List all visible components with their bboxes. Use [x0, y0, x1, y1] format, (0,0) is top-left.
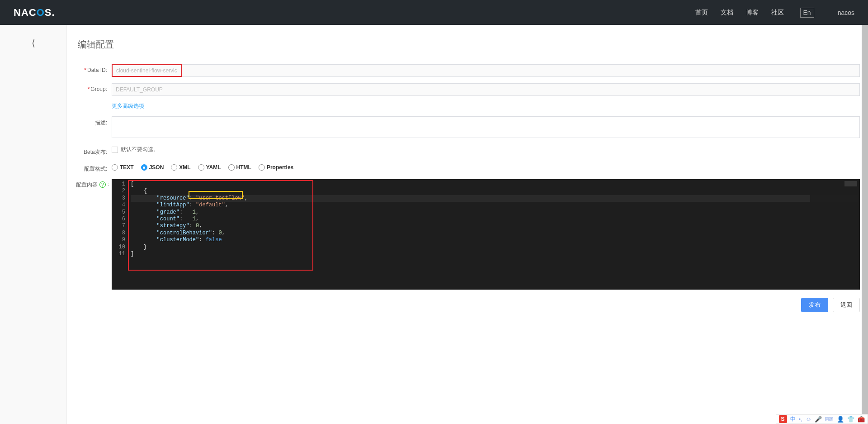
editor-row: 配置内容 ? : 1234567891011 [ { "resource": "… — [75, 179, 860, 290]
ime-lang-cn[interactable]: 中 — [790, 415, 796, 423]
ime-punct-icon[interactable]: •, — [799, 416, 802, 423]
dataid-input[interactable] — [112, 64, 182, 77]
ime-mic-icon[interactable]: 🎤 — [815, 416, 822, 423]
group-label: Group: — [90, 86, 107, 92]
beta-checkbox[interactable] — [112, 147, 118, 153]
dataid-label: Data ID: — [87, 67, 107, 73]
desc-row: 描述: — [75, 116, 860, 139]
desc-textarea[interactable] — [112, 116, 860, 138]
editor-gutter: 1234567891011 — [112, 179, 129, 290]
page-title: 编辑配置 — [78, 38, 860, 51]
user-name[interactable]: nacos — [838, 9, 854, 16]
back-button[interactable]: 返回 — [833, 298, 860, 312]
nacos-logo: NACOS. — [14, 7, 55, 19]
lang-switch[interactable]: En — [800, 8, 814, 18]
page-scrollbar[interactable] — [862, 25, 868, 424]
left-sidebar: ⟨ — [0, 25, 67, 424]
nav-docs[interactable]: 文档 — [721, 9, 733, 17]
radio-html[interactable]: HTML — [228, 164, 251, 171]
radio-properties[interactable]: Properties — [259, 164, 293, 171]
more-options-link[interactable]: 更多高级选项 — [112, 103, 144, 109]
group-row: *Group: — [75, 83, 860, 96]
content-label: 配置内容 — [76, 181, 98, 189]
nav-home[interactable]: 首页 — [695, 9, 708, 17]
radio-yaml[interactable]: YAML — [198, 164, 221, 171]
code-editor[interactable]: 1234567891011 [ { "resource": "user-test… — [112, 179, 860, 290]
desc-label: 描述: — [95, 119, 107, 126]
format-row: 配置格式: TEXT JSON XML YAML HTML Properties — [75, 162, 860, 173]
nav-blog[interactable]: 博客 — [746, 9, 759, 17]
radio-text[interactable]: TEXT — [112, 164, 134, 171]
radio-json[interactable]: JSON — [141, 164, 164, 171]
beta-label: Beta发布: — [84, 149, 107, 155]
ime-emoji-icon[interactable]: ☺ — [806, 416, 811, 423]
editor-minimap[interactable] — [810, 179, 860, 290]
publish-button[interactable]: 发布 — [801, 298, 828, 312]
ime-toolbar[interactable]: S 中 •, ☺ 🎤 ⌨ 👤 👕 🧰 — [776, 414, 868, 424]
more-options-row: 更多高级选项 — [75, 102, 860, 110]
ime-user-icon[interactable]: 👤 — [837, 416, 844, 423]
help-icon[interactable]: ? — [99, 181, 106, 188]
beta-row: Beta发布: 默认不要勾选。 — [75, 146, 860, 156]
dataid-row: *Data ID: — [75, 64, 860, 77]
beta-hint: 默认不要勾选。 — [121, 146, 159, 153]
action-buttons: 发布 返回 — [75, 298, 860, 312]
format-label: 配置格式: — [84, 166, 107, 172]
group-input[interactable] — [112, 83, 860, 96]
dataid-input-rest — [182, 64, 860, 77]
sogou-icon[interactable]: S — [779, 415, 787, 423]
editor-code[interactable]: [ { "resource": "user-testFlow", "limitA… — [129, 179, 860, 290]
header-nav: 首页 文档 博客 社区 En nacos — [695, 8, 854, 18]
ime-toolbox-icon[interactable]: 🧰 — [858, 416, 865, 423]
radio-xml[interactable]: XML — [171, 164, 190, 171]
main-content: 编辑配置 *Data ID: *Group: 更多高级选项 描述: — [67, 25, 868, 424]
nav-community[interactable]: 社区 — [771, 9, 784, 17]
ime-skin-icon[interactable]: 👕 — [847, 416, 854, 423]
ime-keyboard-icon[interactable]: ⌨ — [825, 416, 834, 423]
top-header: NACOS. 首页 文档 博客 社区 En nacos — [0, 0, 868, 25]
back-arrow-icon[interactable]: ⟨ — [32, 38, 35, 424]
